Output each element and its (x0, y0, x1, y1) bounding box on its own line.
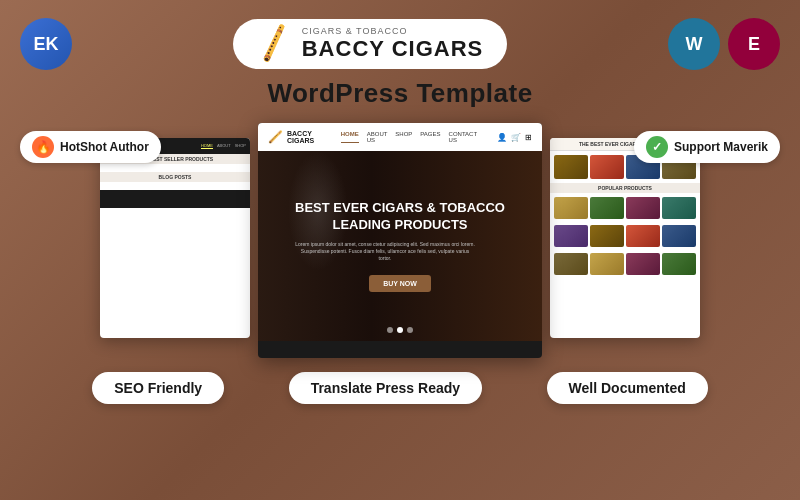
bottom-badges: SEO Friendly Translate Press Ready Well … (20, 372, 780, 404)
screenshot-right: THE BEST EVER CIGARS & TOBACCO POPULAR P… (550, 138, 700, 338)
grid-icon: ⊞ (525, 133, 532, 142)
support-label: Support Maverik (674, 140, 768, 154)
r-product-10 (590, 225, 624, 247)
seo-friendly-badge: SEO Friendly (92, 372, 224, 404)
support-icon: ✓ (646, 136, 668, 158)
r-product-11 (626, 225, 660, 247)
r-product-8 (662, 197, 696, 219)
blog-posts-label: BLOG POSTS (100, 172, 250, 182)
center-nav: 🪈 BACCY CIGARS HOME ABOUT US SHOP PAGES … (258, 123, 542, 151)
center-hero: BEST EVER CIGARS & TOBACCO LEADING PRODU… (258, 151, 542, 341)
carousel-dots (387, 327, 413, 333)
buy-now-button[interactable]: BUY NOW (369, 275, 431, 292)
cart-icon: 🛒 (511, 133, 521, 142)
page-title: WordPress Template (267, 78, 532, 109)
nav-pipe-icon: 🪈 (268, 130, 283, 144)
r-product-13 (554, 253, 588, 275)
brand-logo: 🪈 CIGARS & TOBACCO BACCY CIGARS (233, 19, 508, 69)
r-product-7 (626, 197, 660, 219)
screenshot-center: 🪈 BACCY CIGARS HOME ABOUT US SHOP PAGES … (258, 123, 542, 358)
product-grid-left (100, 164, 250, 172)
popular-label: POPULAR PRODUCTS (550, 183, 700, 193)
dot-1[interactable] (387, 327, 393, 333)
main-container: EK 🪈 CIGARS & TOBACCO BACCY CIGARS W E W… (0, 0, 800, 500)
r-product-9 (554, 225, 588, 247)
support-maverik-badge[interactable]: ✓ Support Maverik (634, 131, 780, 163)
hotshot-icon: 🔥 (32, 136, 54, 158)
pipe-icon: 🪈 (252, 22, 296, 65)
r-product-14 (590, 253, 624, 275)
left-footer (100, 190, 250, 208)
nav-about[interactable]: ABOUT US (367, 131, 388, 143)
screenshot-left: 🪈 BACCY HOME ABOUT SHOP OUR BEST SELLER … (100, 138, 250, 338)
blog-grid (100, 182, 250, 188)
ek-icon[interactable]: EK (20, 18, 72, 70)
r-product-12 (662, 225, 696, 247)
top-right-icons: W E (668, 18, 780, 70)
nav-home[interactable]: HOME (341, 131, 359, 143)
translate-press-badge: Translate Press Ready (289, 372, 482, 404)
right-bottom-rows (550, 193, 700, 279)
nav-contact[interactable]: CONTACT US (449, 131, 477, 143)
hotshot-label: HotShot Author (60, 140, 149, 154)
hero-title: BEST EVER CIGARS & TOBACCO LEADING PRODU… (295, 200, 505, 234)
nav-icons: 👤 🛒 ⊞ (497, 133, 532, 142)
r-product-2 (590, 155, 624, 179)
elementor-icon[interactable]: E (728, 18, 780, 70)
r-product-1 (554, 155, 588, 179)
hotshot-author-badge[interactable]: 🔥 HotShot Author (20, 131, 161, 163)
nav-logo-text: BACCY CIGARS (287, 130, 329, 144)
dot-2[interactable] (397, 327, 403, 333)
logo-big-text: BACCY CIGARS (302, 37, 484, 61)
top-icons-row: EK 🪈 CIGARS & TOBACCO BACCY CIGARS W E (20, 18, 780, 70)
r-product-15 (626, 253, 660, 275)
hero-content: BEST EVER CIGARS & TOBACCO LEADING PRODU… (285, 190, 515, 303)
hero-subtitle: Lorem ipsum dolor sit amet, conse ctetur… (295, 241, 475, 262)
wordpress-icon[interactable]: W (668, 18, 720, 70)
well-documented-badge: Well Documented (547, 372, 708, 404)
user-icon: 👤 (497, 133, 507, 142)
nav-pages[interactable]: PAGES (420, 131, 440, 143)
r-product-5 (554, 197, 588, 219)
dot-3[interactable] (407, 327, 413, 333)
r-product-6 (590, 197, 624, 219)
nav-shop[interactable]: SHOP (395, 131, 412, 143)
r-product-16 (662, 253, 696, 275)
content-area: 🔥 HotShot Author ✓ Support Maverik 🪈 BAC… (20, 123, 780, 358)
